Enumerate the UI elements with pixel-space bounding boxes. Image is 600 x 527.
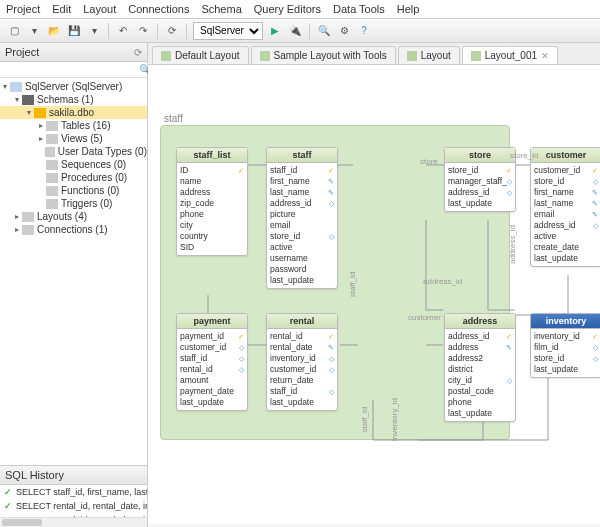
tree-sakila[interactable]: ▾sakila.dbo — [0, 106, 147, 119]
column[interactable]: inventory_id✓ — [534, 331, 598, 342]
menu-help[interactable]: Help — [397, 3, 420, 15]
column[interactable]: address2 — [448, 353, 512, 364]
column[interactable]: payment_date — [180, 386, 244, 397]
tab-layout[interactable]: Layout — [398, 46, 460, 64]
open-icon[interactable]: 📂 — [46, 23, 62, 39]
column[interactable]: staff_id✓ — [270, 165, 334, 176]
column[interactable]: customer_id◇ — [270, 364, 334, 375]
table-header[interactable]: payment — [177, 314, 247, 329]
column[interactable]: payment_id✓ — [180, 331, 244, 342]
column[interactable]: address_id✓ — [448, 331, 512, 342]
column[interactable]: SID — [180, 242, 244, 253]
column[interactable]: amount — [180, 375, 244, 386]
column[interactable]: email — [270, 220, 334, 231]
diagram-canvas[interactable]: staff staff_listID✓namea — [148, 65, 600, 524]
undo-icon[interactable]: ↶ — [115, 23, 131, 39]
column[interactable]: last_update — [534, 364, 598, 375]
new-icon[interactable]: ▢ — [6, 23, 22, 39]
table-staff_list[interactable]: staff_listID✓nameaddresszip_codephonecit… — [176, 147, 248, 256]
tab-sample-layout[interactable]: Sample Layout with Tools — [251, 46, 396, 64]
table-store[interactable]: storestore_id✓manager_staff_id◇address_i… — [444, 147, 516, 212]
column[interactable]: phone — [448, 397, 512, 408]
column[interactable]: rental_id✓ — [270, 331, 334, 342]
column[interactable]: last_update — [534, 253, 598, 264]
column[interactable]: address_id◇ — [270, 198, 334, 209]
column[interactable]: picture — [270, 209, 334, 220]
help-icon[interactable]: ? — [356, 23, 372, 39]
table-header[interactable]: address — [445, 314, 515, 329]
close-icon[interactable]: ✕ — [541, 51, 549, 61]
tree-server[interactable]: ▾SqlServer (SqlServer) — [0, 80, 147, 93]
column[interactable]: store_id◇ — [534, 176, 598, 187]
search-icon[interactable]: 🔍 — [316, 23, 332, 39]
column[interactable]: address — [180, 187, 244, 198]
save-dropdown-icon[interactable]: ▾ — [86, 23, 102, 39]
column[interactable]: district — [448, 364, 512, 375]
save-icon[interactable]: 💾 — [66, 23, 82, 39]
table-staff[interactable]: staffstaff_id✓first_name✎last_name✎addre… — [266, 147, 338, 289]
column[interactable]: last_update — [180, 397, 244, 408]
column[interactable]: staff_id◇ — [180, 353, 244, 364]
menu-edit[interactable]: Edit — [52, 3, 71, 15]
tree-schemas[interactable]: ▾Schemas (1) — [0, 93, 147, 106]
column[interactable]: store_id◇ — [270, 231, 334, 242]
column[interactable]: address✎ — [448, 342, 512, 353]
tree-connections[interactable]: ▸Connections (1) — [0, 223, 147, 236]
dropdown-icon[interactable]: ▾ — [26, 23, 42, 39]
column[interactable]: store_id✓ — [448, 165, 512, 176]
column[interactable]: username — [270, 253, 334, 264]
scrollbar-thumb[interactable] — [2, 519, 42, 526]
table-header[interactable]: staff_list — [177, 148, 247, 163]
tree-views[interactable]: ▸Views (5) — [0, 132, 147, 145]
table-rental[interactable]: rentalrental_id✓rental_date✎inventory_id… — [266, 313, 338, 411]
column[interactable]: ID✓ — [180, 165, 244, 176]
column[interactable]: email✎ — [534, 209, 598, 220]
menu-project[interactable]: Project — [6, 3, 40, 15]
search-input[interactable] — [0, 62, 135, 77]
column[interactable]: name — [180, 176, 244, 187]
column[interactable]: return_date — [270, 375, 334, 386]
connect-icon[interactable]: 🔌 — [287, 23, 303, 39]
table-header[interactable]: rental — [267, 314, 337, 329]
redo-icon[interactable]: ↷ — [135, 23, 151, 39]
column[interactable]: staff_id◇ — [270, 386, 334, 397]
column[interactable]: first_name✎ — [270, 176, 334, 187]
column[interactable]: country — [180, 231, 244, 242]
column[interactable]: phone — [180, 209, 244, 220]
table-header[interactable]: store — [445, 148, 515, 163]
tree-sequences[interactable]: Sequences (0) — [0, 158, 147, 171]
tree-functions[interactable]: Functions (0) — [0, 184, 147, 197]
tab-layout-001[interactable]: Layout_001✕ — [462, 46, 558, 64]
menu-data-tools[interactable]: Data Tools — [333, 3, 385, 15]
table-header[interactable]: customer — [531, 148, 600, 163]
tree-triggers[interactable]: Triggers (0) — [0, 197, 147, 210]
tab-default-layout[interactable]: Default Layout — [152, 46, 249, 64]
table-header[interactable]: staff — [267, 148, 337, 163]
connection-select[interactable]: SqlServer — [193, 22, 263, 40]
table-header[interactable]: inventory — [531, 314, 600, 329]
table-payment[interactable]: paymentpayment_id✓customer_id◇staff_id◇r… — [176, 313, 248, 411]
menu-query-editors[interactable]: Query Editors — [254, 3, 321, 15]
tree-tables[interactable]: ▸Tables (16) — [0, 119, 147, 132]
run-icon[interactable]: ▶ — [267, 23, 283, 39]
sql-history-item[interactable]: SELECT staff_id, first_name, last_ — [0, 485, 147, 499]
table-inventory[interactable]: inventoryinventory_id✓film_id◇store_id◇l… — [530, 313, 600, 378]
column[interactable]: last_update — [448, 198, 512, 209]
column[interactable]: manager_staff_id◇ — [448, 176, 512, 187]
column[interactable]: last_name✎ — [270, 187, 334, 198]
tree-layouts[interactable]: ▸Layouts (4) — [0, 210, 147, 223]
column[interactable]: inventory_id◇ — [270, 353, 334, 364]
column[interactable]: film_id◇ — [534, 342, 598, 353]
sql-history-item[interactable]: SELECT rental_id, rental_date, inv — [0, 499, 147, 513]
column[interactable]: address_id◇ — [534, 220, 598, 231]
column[interactable]: last_update — [448, 408, 512, 419]
table-address[interactable]: addressaddress_id✓address✎address2distri… — [444, 313, 516, 422]
column[interactable]: active — [534, 231, 598, 242]
menu-layout[interactable]: Layout — [83, 3, 116, 15]
column[interactable]: customer_id◇ — [180, 342, 244, 353]
column[interactable]: first_name✎ — [534, 187, 598, 198]
gear-icon[interactable]: ⚙ — [336, 23, 352, 39]
sync-icon[interactable]: ⟳ — [164, 23, 180, 39]
menu-schema[interactable]: Schema — [201, 3, 241, 15]
scrollbar[interactable] — [0, 517, 147, 527]
